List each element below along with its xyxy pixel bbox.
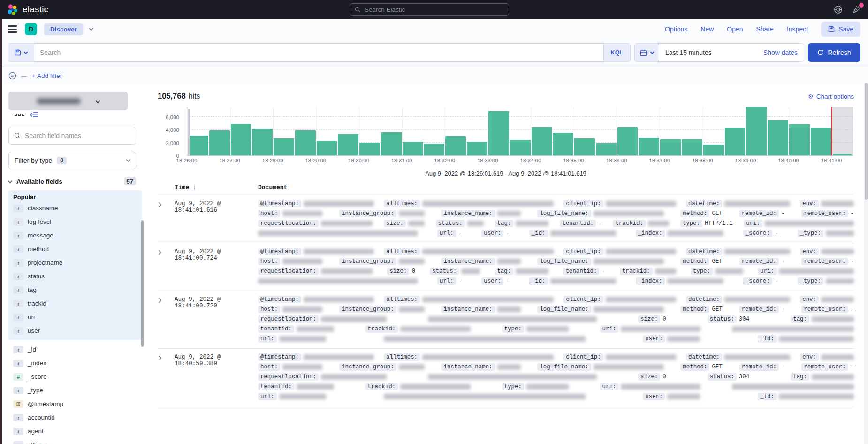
histogram-bar[interactable] — [188, 136, 208, 155]
breadcrumb-caret-icon[interactable] — [89, 26, 94, 31]
chart-options-button[interactable]: ⚙ Chart options — [808, 93, 854, 100]
field-chip[interactable]: remote_id: — [739, 210, 779, 217]
field-chip[interactable]: requestlocation: — [258, 268, 319, 275]
histogram-bar[interactable] — [338, 134, 358, 155]
date-picker[interactable]: Last 15 minutes Show dates — [634, 43, 804, 62]
field-chip[interactable]: instance_name: — [441, 210, 495, 217]
field-chip[interactable]: tenantid: — [258, 383, 294, 390]
menu-icon[interactable] — [8, 25, 17, 33]
histogram-bar[interactable] — [811, 128, 831, 155]
date-picker-menu-button[interactable] — [635, 44, 659, 61]
expand-row-button[interactable] — [158, 353, 175, 400]
field-chip[interactable]: trackid: — [613, 220, 646, 227]
field-chip[interactable]: user: — [481, 277, 503, 285]
refresh-button[interactable]: Refresh — [808, 43, 860, 62]
field-chip[interactable]: tag: — [791, 315, 809, 323]
histogram-bar[interactable] — [639, 138, 659, 155]
field-search-input[interactable]: Search field names — [8, 127, 136, 145]
query-input[interactable]: Search KQL — [8, 43, 631, 62]
field-chip[interactable]: datetime: — [686, 248, 722, 255]
field-chip[interactable]: log_file_name: — [537, 363, 591, 371]
newsfeed-icon[interactable] — [852, 5, 861, 14]
field-chip[interactable]: type: — [691, 268, 713, 275]
histogram-bar[interactable] — [381, 132, 402, 155]
inspect-link[interactable]: Inspect — [787, 25, 808, 33]
field-chip[interactable]: requestlocation: — [258, 315, 319, 323]
field-chip[interactable]: user: — [643, 335, 665, 343]
histogram-bar[interactable] — [746, 107, 767, 155]
field-chip[interactable]: @timestamp: — [258, 353, 301, 361]
field-chip[interactable]: @timestamp: — [258, 296, 301, 303]
field-chip[interactable]: env: — [800, 353, 819, 361]
histogram-bar[interactable] — [574, 138, 595, 155]
field-item[interactable]: taccountid — [8, 411, 142, 424]
field-item[interactable]: tclassname — [8, 201, 142, 215]
field-item[interactable]: ttag — [8, 283, 142, 297]
field-chip[interactable]: status: — [708, 373, 737, 381]
histogram-bar[interactable] — [768, 120, 788, 155]
field-chip[interactable]: log_file_name: — [537, 210, 591, 217]
histogram-bar[interactable] — [725, 128, 746, 155]
field-chip[interactable]: requestlocation: — [258, 373, 319, 381]
expand-row-button[interactable] — [158, 295, 175, 343]
field-chip[interactable]: tag: — [495, 220, 514, 227]
field-chip[interactable]: url: — [437, 277, 456, 285]
filter-icon[interactable] — [8, 72, 16, 80]
field-chip[interactable]: host: — [258, 258, 280, 265]
field-chip[interactable]: remote_user: — [801, 258, 848, 265]
histogram-bar[interactable] — [596, 143, 617, 155]
field-chip[interactable]: instance_group: — [339, 306, 396, 313]
field-chip[interactable]: host: — [258, 363, 280, 371]
field-chip[interactable]: uri: — [600, 325, 619, 333]
histogram-bar[interactable] — [424, 144, 445, 155]
field-chip[interactable]: instance_name: — [441, 363, 495, 371]
sidebar-scrollbar[interactable] — [141, 220, 144, 347]
field-chip[interactable]: client_ip: — [563, 296, 603, 303]
field-chip[interactable]: instance_name: — [441, 258, 495, 265]
expand-row-button[interactable] — [158, 199, 175, 237]
field-item[interactable]: tagent — [8, 424, 142, 438]
histogram-bar[interactable] — [445, 136, 466, 155]
field-item[interactable]: turi — [8, 310, 142, 324]
saved-query-menu-button[interactable] — [8, 44, 34, 61]
field-chip[interactable]: alltimes: — [384, 353, 420, 361]
field-chip[interactable]: client_ip: — [563, 200, 603, 207]
histogram-bar[interactable] — [510, 140, 531, 155]
field-chip[interactable]: method: — [680, 210, 709, 217]
field-item[interactable]: t_type — [8, 383, 142, 397]
histogram-bar[interactable] — [617, 127, 638, 155]
field-chip[interactable]: instance_group: — [339, 363, 396, 371]
field-item[interactable]: talltimes — [8, 438, 142, 444]
field-chip[interactable]: _type: — [798, 277, 823, 285]
field-chip[interactable]: log_file_name: — [537, 258, 591, 265]
histogram-bar[interactable] — [359, 143, 380, 155]
field-item[interactable]: tprojectname — [8, 256, 142, 269]
histogram-bar[interactable] — [252, 129, 273, 155]
sort-descending-icon[interactable]: ↓ — [193, 184, 197, 191]
field-chip[interactable]: type: — [680, 220, 702, 227]
field-item[interactable]: ⊞@timestamp — [8, 397, 142, 411]
new-link[interactable]: New — [700, 25, 714, 33]
field-chip[interactable]: uri: — [744, 220, 762, 227]
histogram-bar[interactable] — [553, 133, 573, 155]
time-column-header[interactable]: Time ↓ — [175, 184, 258, 191]
field-chip[interactable]: alltimes: — [384, 200, 420, 207]
field-chip[interactable]: env: — [800, 248, 819, 255]
field-chip[interactable]: _type: — [798, 230, 823, 237]
field-chip[interactable]: @timestamp: — [258, 248, 301, 255]
add-filter-link[interactable]: + Add filter — [32, 72, 62, 79]
kql-toggle[interactable]: KQL — [603, 44, 630, 61]
field-chip[interactable]: remote_id: — [739, 306, 779, 313]
field-chip[interactable]: tenantid: — [560, 220, 596, 227]
field-chip[interactable]: tenantid: — [258, 325, 294, 333]
field-chip[interactable]: env: — [800, 296, 819, 303]
field-chip[interactable]: size: — [387, 268, 409, 275]
field-chip[interactable]: url: — [258, 335, 277, 343]
global-search-input[interactable]: Search Elastic — [350, 3, 509, 16]
field-chip[interactable]: trackid: — [365, 383, 398, 390]
field-chip[interactable]: status: — [430, 268, 459, 275]
space-badge[interactable]: D — [25, 23, 37, 35]
histogram-bar[interactable] — [317, 141, 337, 155]
field-chip[interactable]: uri: — [600, 383, 619, 390]
field-item[interactable]: t_id — [8, 343, 142, 356]
